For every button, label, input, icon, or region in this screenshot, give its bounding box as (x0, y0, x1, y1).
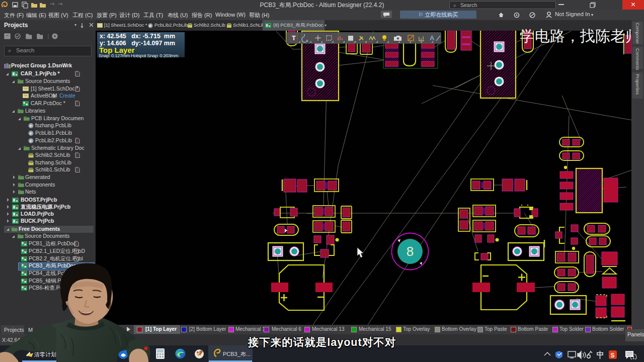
svg-text:T: T (292, 34, 296, 42)
svg-text:8: 8 (407, 244, 414, 259)
svg-text:S: S (611, 352, 615, 359)
svg-text:A: A (430, 34, 435, 42)
svg-text:1: 1 (632, 355, 635, 359)
